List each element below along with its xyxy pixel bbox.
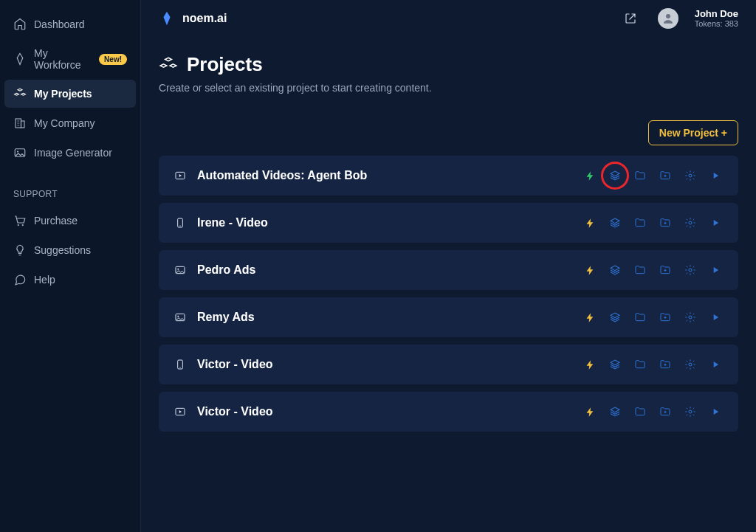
- video-icon: [173, 405, 187, 418]
- gear-icon[interactable]: [682, 309, 698, 325]
- project-name: Automated Videos: Agent Bob: [197, 169, 571, 182]
- project-row[interactable]: Victor - Video: [159, 392, 738, 432]
- bulb-icon: [13, 243, 27, 257]
- app-layout: DashboardMy WorkforceNew!My ProjectsMy C…: [0, 0, 756, 532]
- project-actions: [582, 356, 724, 373]
- project-actions: [582, 262, 724, 278]
- brand[interactable]: noem.ai: [159, 10, 227, 27]
- topbar: noem.ai John Doe Tokens: 383: [141, 0, 756, 37]
- sidebar-item-purchase[interactable]: Purchase: [4, 207, 136, 235]
- project-name: Irene - Video: [197, 216, 571, 229]
- gear-icon[interactable]: [682, 167, 698, 184]
- sidebar-item-label: Suggestions: [34, 244, 91, 256]
- brand-icon: [159, 10, 175, 27]
- project-row[interactable]: Victor - Video: [159, 345, 738, 384]
- gear-icon[interactable]: [682, 356, 698, 373]
- folder-icon[interactable]: [632, 262, 648, 278]
- bolt-icon[interactable]: [582, 262, 598, 278]
- cart-icon: [13, 214, 27, 227]
- project-row[interactable]: Pedro Ads: [159, 250, 738, 290]
- play-icon[interactable]: [707, 262, 724, 278]
- mobile-icon: [173, 216, 187, 229]
- sidebar-item-my-company[interactable]: My Company: [4, 109, 136, 137]
- gear-icon[interactable]: [682, 262, 698, 278]
- page-title-row: Projects: [159, 53, 738, 76]
- project-row[interactable]: Automated Videos: Agent Bob: [159, 156, 738, 196]
- sidebar-item-label: Purchase: [34, 215, 78, 227]
- layers-icon[interactable]: [607, 309, 623, 325]
- user-tokens: Tokens: 383: [695, 19, 738, 29]
- project-actions: [582, 167, 724, 184]
- folder-icon[interactable]: [632, 356, 648, 373]
- sidebar-item-label: Dashboard: [34, 18, 85, 30]
- sidebar-item-label: My Workforce: [34, 47, 92, 71]
- sidebar-item-suggestions[interactable]: Suggestions: [4, 236, 136, 264]
- chat-icon: [13, 273, 27, 286]
- sidebar-item-label: My Projects: [34, 88, 92, 100]
- page-description: Create or select an existing project to …: [159, 82, 738, 94]
- sidebar-item-my-workforce[interactable]: My WorkforceNew!: [4, 40, 136, 78]
- open-external-button[interactable]: [621, 9, 640, 28]
- content: Projects Create or select an existing pr…: [141, 37, 756, 532]
- folder-icon[interactable]: [632, 309, 648, 325]
- bolt-icon[interactable]: [582, 167, 598, 184]
- bolt-icon[interactable]: [582, 356, 598, 373]
- play-icon[interactable]: [707, 356, 724, 373]
- sidebar-item-my-projects[interactable]: My Projects: [4, 80, 136, 108]
- bolt-icon[interactable]: [582, 404, 598, 420]
- home-icon: [13, 18, 27, 31]
- image-icon: [13, 146, 27, 159]
- image-icon: [173, 311, 187, 324]
- layers-icon[interactable]: [607, 215, 623, 231]
- diamond-icon: [13, 52, 27, 66]
- sidebar-item-dashboard[interactable]: Dashboard: [4, 10, 136, 38]
- folder-icon[interactable]: [632, 167, 648, 184]
- sidebar-item-image-generator[interactable]: Image Generator: [4, 139, 136, 167]
- sidebar-item-label: My Company: [34, 117, 94, 129]
- folder-add-icon[interactable]: [657, 167, 673, 184]
- bolt-icon[interactable]: [582, 309, 598, 325]
- folder-add-icon[interactable]: [657, 262, 673, 278]
- main-area: noem.ai John Doe Tokens: 383 Projects Cr…: [140, 0, 756, 532]
- layers-icon[interactable]: [607, 356, 623, 373]
- page-title: Projects: [187, 53, 263, 76]
- support-heading: SUPPORT: [4, 189, 136, 199]
- project-row[interactable]: Remy Ads: [159, 297, 738, 337]
- project-row[interactable]: Irene - Video: [159, 203, 738, 243]
- project-list: Automated Videos: Agent BobIrene - Video…: [159, 156, 738, 432]
- user-name: John Doe: [695, 8, 738, 20]
- avatar[interactable]: [658, 8, 678, 29]
- play-icon[interactable]: [707, 215, 724, 231]
- layers-icon[interactable]: [607, 262, 623, 278]
- project-actions: [582, 404, 724, 420]
- layers-icon[interactable]: [607, 404, 623, 420]
- folder-icon[interactable]: [632, 215, 648, 231]
- gear-icon[interactable]: [682, 215, 698, 231]
- bolt-icon[interactable]: [582, 215, 598, 231]
- user-block[interactable]: John Doe Tokens: 383: [695, 8, 738, 30]
- gear-icon[interactable]: [682, 404, 698, 420]
- project-name: Remy Ads: [197, 311, 571, 324]
- video-icon: [173, 169, 187, 182]
- support-nav: PurchaseSuggestionsHelp: [4, 207, 136, 295]
- project-name: Pedro Ads: [197, 263, 571, 277]
- folder-add-icon[interactable]: [657, 356, 673, 373]
- sidebar-item-help[interactable]: Help: [4, 266, 136, 294]
- new-project-button[interactable]: New Project +: [648, 120, 738, 145]
- sidebar: DashboardMy WorkforceNew!My ProjectsMy C…: [0, 0, 140, 532]
- project-name: Victor - Video: [197, 358, 571, 371]
- folder-add-icon[interactable]: [657, 215, 673, 231]
- sidebar-item-label: Image Generator: [34, 147, 112, 159]
- play-icon[interactable]: [707, 167, 724, 184]
- play-icon[interactable]: [707, 404, 724, 420]
- actions-row: New Project +: [159, 120, 738, 145]
- cubes-icon: [13, 87, 27, 100]
- folder-icon[interactable]: [632, 404, 648, 420]
- layers-icon[interactable]: [607, 167, 623, 184]
- sidebar-item-label: Help: [34, 274, 55, 286]
- main-nav: DashboardMy WorkforceNew!My ProjectsMy C…: [4, 10, 136, 168]
- play-icon[interactable]: [707, 309, 724, 325]
- folder-add-icon[interactable]: [657, 404, 673, 420]
- folder-add-icon[interactable]: [657, 309, 673, 325]
- cubes-icon: [159, 55, 178, 75]
